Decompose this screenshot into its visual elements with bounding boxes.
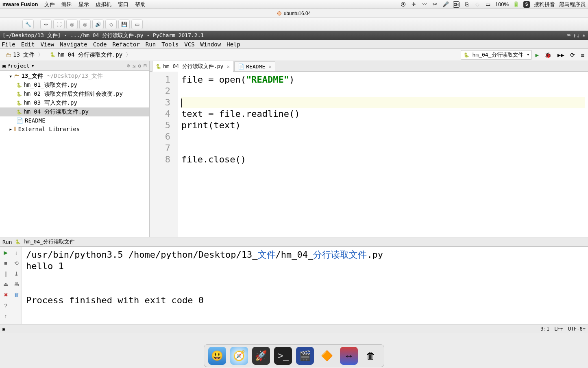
status-icon[interactable]: ▣ (2, 326, 5, 332)
project-tree[interactable]: ▾ 🗀 13_文件 ~/Desktop/13_文件 🐍hm_01_读取文件.py… (0, 71, 149, 134)
close-icon[interactable]: × (226, 64, 230, 70)
menu-help[interactable]: 帮助 (135, 1, 146, 8)
coverage-button[interactable]: ▶▶ (558, 52, 564, 58)
run-button[interactable]: ▶ (536, 52, 539, 58)
code-editor[interactable]: 1 2 3 4 5 6 7 8 file = open("README") te… (150, 72, 588, 237)
help-button[interactable]: ? (2, 301, 10, 309)
breadcrumb-root[interactable]: 🗀 13_文件 (2, 50, 47, 59)
tree-file-0[interactable]: 🐍hm_01_读取文件.py (0, 81, 149, 90)
tab-1[interactable]: 📄 README × (234, 61, 275, 71)
menu-view[interactable]: 显示 (78, 1, 89, 8)
tree-file-1[interactable]: 🐍hm_02_读取文件后文件指针会改变.py (0, 90, 149, 99)
code-body[interactable]: file = open("README") text = file.readli… (178, 72, 588, 237)
tree-file-3[interactable]: 🐍hm_04_分行读取文件.py (0, 107, 149, 116)
expand-icon[interactable]: ⇔ (40, 20, 52, 29)
up-button[interactable]: ↑ (2, 312, 10, 320)
disc2-icon[interactable]: ◎ (79, 20, 91, 29)
debug-button[interactable]: 🐞 (544, 52, 551, 58)
launchpad-icon[interactable]: 🚀 (252, 347, 270, 365)
rerun-button[interactable]: ▶ (2, 248, 10, 256)
print-button[interactable]: 🖶 (12, 280, 20, 288)
collapse-icon[interactable]: ⇲ (133, 63, 136, 69)
run-config-select[interactable]: 🐍 hm_04_分行读取文件 ▾ (461, 50, 532, 60)
bluetooth-icon[interactable]: ∗ (582, 32, 586, 39)
stop-button[interactable]: ■ (2, 259, 10, 267)
python-file-icon: 🐍 (16, 92, 22, 97)
send-icon[interactable]: ✈ (411, 1, 417, 8)
down-button[interactable]: ↓ (12, 248, 20, 256)
console-output[interactable]: /usr/bin/python3.5 /home/python/Desktop/… (22, 247, 588, 324)
wrap-button[interactable]: ⟲ (12, 259, 20, 267)
safari-icon[interactable]: 🧭 (230, 347, 248, 365)
scroll-from-source-icon[interactable]: ⊕ (127, 63, 130, 69)
wifi-icon[interactable]: ◇ (474, 1, 481, 8)
menu-navigate-pc[interactable]: Navigate (60, 41, 87, 48)
menu-help-pc[interactable]: Help (226, 41, 240, 48)
scroll-button[interactable]: ⤓ (12, 269, 20, 278)
fullscreen-icon[interactable]: ⛶ (53, 20, 65, 29)
menu-run-pc[interactable]: Run (146, 41, 156, 48)
python-icon: 🐍 (15, 239, 21, 245)
profile-button[interactable]: ⟳ (570, 52, 575, 58)
trash-icon[interactable]: 🗑 (362, 347, 380, 365)
vlc-icon[interactable]: 🔶 (318, 347, 336, 365)
run-panel-header[interactable]: Run 🐍 hm_04_分行读取文件 (0, 237, 588, 247)
mic-icon[interactable]: 🎤 (442, 1, 449, 8)
menu-tools-pc[interactable]: Tools (161, 41, 179, 48)
tree-external[interactable]: ▸ ⫴ External Libraries (0, 125, 149, 133)
menu-edit[interactable]: 编辑 (61, 1, 72, 8)
close-run-button[interactable]: ✖ (2, 291, 10, 299)
line-sep[interactable]: LF÷ (554, 326, 563, 332)
sogou-icon[interactable]: S (523, 1, 530, 8)
menu-refactor-pc[interactable]: Refactor (112, 41, 139, 48)
tree-file-4[interactable]: 📄README (0, 116, 149, 125)
project-tab-icon[interactable]: ▣ (2, 63, 6, 69)
trash-button[interactable]: 🗑 (12, 291, 20, 299)
menu-vm[interactable]: 虚拟机 (96, 1, 111, 8)
floppy-icon[interactable]: 💾 (118, 20, 130, 29)
app-icon[interactable]: 🎬 (296, 347, 314, 365)
finder-icon[interactable]: 😃 (208, 347, 226, 365)
encoding[interactable]: UTF-8÷ (568, 326, 586, 332)
exit-button[interactable]: ⏏ (2, 280, 10, 288)
scissors-icon[interactable]: ✂ (432, 1, 438, 8)
user-label[interactable]: 黑马程序员 (559, 1, 586, 8)
chevron-down-icon[interactable]: ▾ (31, 63, 35, 69)
battery-icon[interactable]: 🔋 (513, 1, 519, 8)
sound-icon[interactable]: 🔊 (92, 20, 104, 29)
keyboard-icon[interactable]: ⌨ (567, 32, 570, 39)
hide-icon[interactable]: ⊟ (144, 63, 147, 69)
pause-button[interactable]: ‖ (2, 269, 10, 278)
menu-vcs-pc[interactable]: VCS (184, 41, 194, 48)
lang-en-icon[interactable]: EN (453, 1, 460, 8)
display-icon[interactable]: ▭ (485, 1, 491, 8)
ime-label[interactable]: 搜狗拼音 (534, 1, 555, 8)
cursor-position[interactable]: 3:1 (540, 326, 549, 332)
search-button[interactable]: ≡ (581, 52, 584, 58)
app-name[interactable]: mware Fusion (2, 1, 38, 7)
menu-view-pc[interactable]: View (40, 41, 54, 48)
menu-file[interactable]: 文件 (44, 1, 55, 8)
tree-root[interactable]: ▾ 🗀 13_文件 ~/Desktop/13_文件 (0, 72, 149, 81)
menu-file-pc[interactable]: File (2, 41, 15, 48)
wrench-icon[interactable]: 🔧 (22, 20, 34, 29)
net-icon[interactable]: ◇ (105, 20, 117, 29)
menu-window[interactable]: 窗口 (118, 1, 128, 8)
tree-file-2[interactable]: 🐍hm_03_写入文件.py (0, 99, 149, 107)
close-icon[interactable]: × (268, 64, 272, 70)
breadcrumb-file[interactable]: 🐍 hm_04_分行读取文件.py (47, 50, 135, 59)
remote-icon[interactable]: ↔ (340, 347, 358, 365)
menu-window-pc[interactable]: Window (200, 41, 221, 48)
record-icon[interactable]: ⦿ (400, 1, 407, 8)
monitor-icon[interactable]: ▭ (131, 20, 143, 29)
gear-icon[interactable]: ⚙ (138, 63, 141, 69)
copy-icon[interactable]: ⎘ (464, 1, 470, 8)
disc-icon[interactable]: ◎ (66, 20, 78, 29)
tab-0[interactable]: 🐍 hm_04_分行读取文件.py × (152, 61, 233, 72)
network-icon[interactable]: ↑↓ (573, 32, 580, 39)
wave-icon[interactable]: 〰 (421, 1, 428, 8)
project-title[interactable]: Project (7, 63, 30, 69)
menu-code-pc[interactable]: Code (93, 41, 107, 48)
menu-edit-pc[interactable]: Edit (21, 41, 35, 48)
terminal-icon[interactable]: >_ (274, 347, 292, 365)
